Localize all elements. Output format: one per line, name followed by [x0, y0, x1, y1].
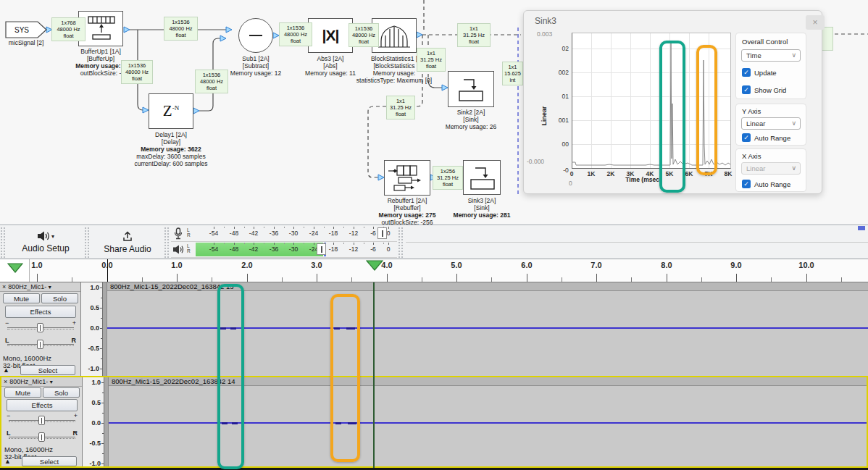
show-grid-checkbox[interactable]: ✓	[742, 85, 751, 94]
collapse-track-button[interactable]: ▲	[4, 458, 11, 465]
amplitude-ruler-tick	[101, 423, 104, 424]
meter-tick	[224, 227, 225, 228]
audio-setup-button[interactable]: ▾ Audio Setup	[9, 226, 83, 259]
signal-label: 1x153648000 Hzfloat	[121, 60, 153, 84]
meter-tick	[234, 243, 235, 245]
y-auto-range-checkbox[interactable]: ✓	[742, 133, 751, 142]
meter-peak-indicator[interactable]	[377, 227, 387, 239]
meter-tick	[388, 227, 389, 229]
timeline-minor-tick	[491, 277, 492, 282]
select-button[interactable]: Select	[20, 365, 75, 375]
timeline-major-tick	[806, 274, 807, 282]
meter-scale-number: -24	[309, 230, 318, 237]
meter-tick	[284, 243, 285, 244]
amplitude-ruler-tick	[102, 393, 104, 393]
timeline-major-tick	[527, 274, 527, 282]
amplitude-ruler-tick	[102, 413, 104, 414]
timeline-minor-tick	[72, 277, 72, 282]
gain-slider[interactable]: − +	[7, 412, 78, 428]
pan-slider-thumb[interactable]	[37, 340, 43, 349]
track-menu-caret-icon[interactable]: ▼	[49, 379, 54, 385]
pan-slider-thumb[interactable]	[38, 432, 45, 442]
gain-plus-label: +	[74, 412, 78, 419]
signal-label: 1x131.25 Hzfloat	[457, 23, 491, 47]
update-checkbox[interactable]: ✓	[742, 68, 751, 77]
y-scale-dropdown[interactable]: Linear∨	[741, 117, 801, 130]
x-auto-range-label: Auto Range	[754, 180, 790, 188]
x-auto-range-checkbox[interactable]: ✓	[742, 180, 751, 188]
playhead-triangle-icon[interactable]	[366, 260, 383, 271]
collapse-track-button[interactable]: ▲	[3, 366, 9, 374]
close-icon[interactable]: ×	[4, 378, 7, 385]
share-audio-button[interactable]: Share Audio	[92, 226, 163, 259]
timeline-minor-tick	[771, 277, 772, 282]
meter-tick	[354, 227, 354, 229]
amplitude-ruler-label: -1.0	[89, 460, 101, 467]
mute-button[interactable]: Mute	[4, 387, 41, 398]
meter-tick	[234, 227, 235, 229]
mute-button[interactable]: Mute	[3, 293, 40, 303]
y-axis-label: Linear	[541, 101, 548, 130]
meter-tick	[364, 227, 364, 228]
meter-scale-number: -18	[329, 246, 338, 253]
meter-channel-labels: LR	[187, 227, 191, 238]
track-control-panel: × 800Hz_Mic1- ▼ Mute Solo Effects − + L …	[0, 282, 81, 376]
signal-label: 1x153648000 Hzfloat	[349, 23, 379, 47]
highlight-orange-plot	[696, 45, 717, 175]
track-menu-caret-icon[interactable]: ▼	[47, 285, 52, 290]
pan-slider[interactable]: L R	[7, 429, 78, 445]
meter-scale-number: -18	[329, 230, 338, 237]
block-delay1[interactable]: Z-N	[149, 93, 193, 129]
track-name[interactable]: 800Hz_Mic1-	[9, 378, 48, 385]
gain-slider-thumb[interactable]	[38, 416, 45, 425]
x-scale-dropdown[interactable]: Linear∨	[741, 162, 801, 175]
select-button[interactable]: Select	[22, 456, 77, 466]
timeline-minor-tick	[422, 277, 422, 282]
amplitude-ruler[interactable]: 1.00.50.0-0.5-1.0	[83, 377, 104, 466]
recording-meter[interactable]: LR -54-48-42-36-30-24-18-12-60	[171, 226, 397, 242]
block-sink3[interactable]	[463, 160, 501, 195]
solo-button[interactable]: Solo	[41, 293, 78, 303]
timeline-minor-tick	[212, 277, 212, 282]
meter-scale-number: -30	[289, 230, 298, 237]
meter-tick	[274, 243, 275, 245]
timeline-minor-tick	[351, 277, 352, 282]
meter-tick	[264, 243, 264, 244]
playback-meter[interactable]: LR -54-48-42-36-30-24-18-12-60	[171, 242, 397, 258]
timeline-major-tick	[37, 274, 38, 282]
signal-label: 1x76848000 Hzfloat	[51, 17, 85, 41]
meter-peak-indicator[interactable]	[317, 243, 326, 255]
share-upload-icon	[122, 231, 133, 242]
meter-tick	[388, 243, 389, 245]
show-grid-label: Show Grid	[754, 86, 786, 94]
toolbar: ▾ Audio Setup Share Audio	[0, 224, 868, 259]
meter-scale-number: 0	[387, 246, 391, 253]
track-name[interactable]: 800Hz_Mic1-	[8, 283, 46, 290]
amplitude-ruler[interactable]: 1.00.50.0-0.5-1.0	[81, 282, 103, 376]
domain-dropdown[interactable]: Time∨	[741, 49, 801, 62]
track-title-bar[interactable]: × 800Hz_Mic1- ▼	[0, 282, 80, 292]
close-icon[interactable]: ×	[2, 283, 6, 290]
highlight-orange-track	[330, 294, 360, 462]
track-title-bar[interactable]: × 800Hz_Mic1- ▼	[1, 377, 82, 387]
amplitude-ruler-label: 0.5	[91, 399, 101, 406]
gain-slider-thumb[interactable]	[37, 323, 43, 332]
toolbar-grip[interactable]	[164, 227, 170, 258]
pan-slider[interactable]: L R	[5, 336, 76, 352]
amplitude-ruler-label: -0.5	[88, 345, 99, 352]
toolbar-grip[interactable]	[1, 227, 6, 258]
scroll-thumb[interactable]	[858, 226, 865, 230]
block-sub1[interactable]	[238, 18, 273, 53]
block-rebuffer1[interactable]	[384, 160, 430, 196]
block-abs3[interactable]: |X|	[308, 18, 353, 53]
timeline-minor-tick	[562, 277, 562, 282]
share-audio-label: Share Audio	[104, 244, 151, 254]
timeline-ruler[interactable]: 1.00.01.02.03.04.05.06.07.08.09.010.011	[0, 259, 868, 282]
effects-button[interactable]: Effects	[5, 306, 76, 318]
amplitude-ruler-tick	[100, 328, 102, 329]
effects-button[interactable]: Effects	[7, 399, 78, 411]
gain-slider[interactable]: − +	[5, 319, 76, 335]
toolbar-grip[interactable]	[398, 227, 404, 258]
solo-button[interactable]: Solo	[43, 387, 80, 398]
toolbar-grip[interactable]	[85, 227, 90, 258]
